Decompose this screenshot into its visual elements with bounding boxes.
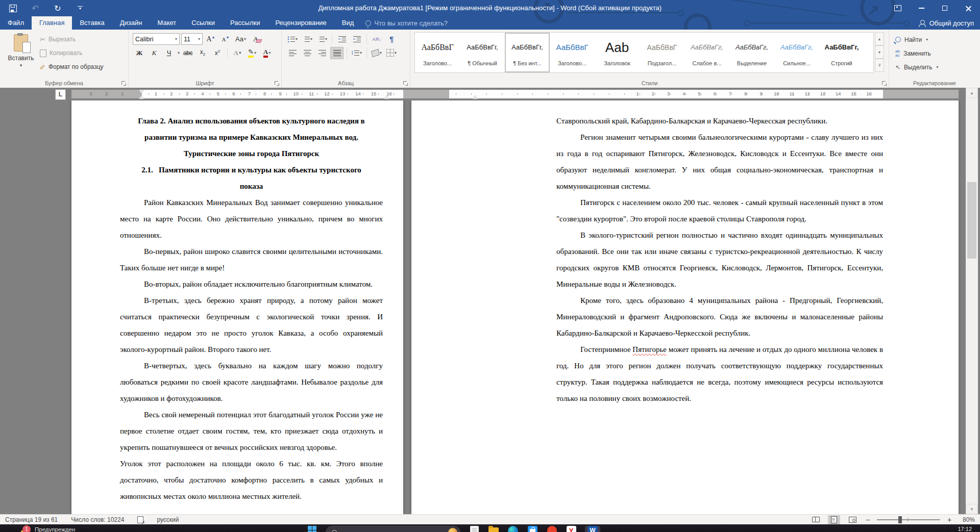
show-paragraph-marks-button[interactable]: ¶	[385, 33, 398, 45]
replace-button[interactable]: abac Заменить	[895, 47, 938, 59]
shading-button[interactable]: ▾	[370, 47, 383, 59]
vertical-scrollbar[interactable]: ▲ ▼	[966, 88, 978, 514]
taskbar-yandex[interactable]: Y	[566, 526, 577, 532]
style-item[interactable]: Aab Заголовок	[595, 33, 640, 72]
tab-selector[interactable]: L	[55, 89, 66, 100]
taskbar-edge[interactable]	[507, 526, 519, 532]
ribbon-tab[interactable]: Вставка	[72, 16, 112, 30]
style-item[interactable]: АаБбВвГг, Выделение	[729, 33, 774, 72]
minimize-button[interactable]	[910, 0, 933, 16]
subscript-button[interactable]: x2	[196, 47, 209, 59]
taskbar-word-active[interactable]: W	[585, 526, 600, 532]
zoom-percentage[interactable]: 80%	[959, 516, 975, 523]
bullets-button[interactable]: ▾	[286, 33, 299, 45]
font-dialog-launcher-icon[interactable]	[275, 81, 279, 86]
align-right-button[interactable]	[315, 47, 329, 59]
style-item[interactable]: АаБбВвГг, Слабое в...	[684, 33, 729, 72]
underline-button[interactable]: Ч	[162, 47, 176, 59]
styles-dialog-launcher-icon[interactable]	[882, 81, 887, 86]
sort-button[interactable]: АЯ↓	[370, 33, 383, 45]
clear-formatting-button[interactable]: А	[249, 33, 262, 45]
zoom-out-button[interactable]: −	[865, 516, 871, 524]
close-button[interactable]	[957, 0, 980, 16]
taskbar-clock[interactable]: 17:12	[958, 526, 972, 532]
line-spacing-button[interactable]: ▾	[350, 47, 363, 59]
right-page-indent-marker[interactable]	[473, 95, 478, 99]
ribbon-tab[interactable]: Макет	[150, 16, 184, 30]
superscript-button[interactable]: x2	[211, 47, 224, 59]
cut-button[interactable]: ✂ Вырезать	[40, 34, 104, 45]
taskbar-file-explorer[interactable]	[488, 526, 499, 532]
style-item[interactable]: АаБбВвГ Подзагол...	[640, 33, 684, 72]
text-effects-button[interactable]: А▾	[231, 47, 244, 59]
select-button[interactable]: ↖ Выделить ▾	[895, 61, 938, 73]
find-button[interactable]: Найти ▾	[895, 34, 938, 45]
copy-button[interactable]: Копировать	[40, 47, 104, 59]
restore-button[interactable]	[933, 0, 957, 16]
page-count[interactable]: Страница 19 из 61	[5, 516, 58, 523]
taskbar-store[interactable]	[527, 526, 538, 532]
start-button[interactable]	[306, 526, 317, 532]
hanging-indent-marker[interactable]	[139, 95, 144, 99]
justify-button[interactable]	[330, 47, 344, 59]
page-right[interactable]: Ставропольский край, Кабардино-Балкарска…	[411, 100, 959, 514]
page-left[interactable]: Глава 2. Анализ использования объектов к…	[71, 100, 403, 514]
paste-button[interactable]: Вставить ▾	[5, 33, 37, 77]
zoom-slider[interactable]	[877, 519, 940, 520]
font-color-button[interactable]: А▾	[260, 47, 274, 59]
grow-font-button[interactable]: А▲	[204, 33, 217, 45]
share-button[interactable]: Общий доступ	[919, 16, 974, 30]
zoom-slider-thumb[interactable]	[898, 516, 902, 523]
chevron-down-icon[interactable]: ▾	[178, 50, 180, 55]
gallery-more-button[interactable]: ⊽	[875, 59, 884, 72]
ribbon-display-options-button[interactable]	[886, 0, 910, 16]
font-name-combobox[interactable]: Calibri▾	[133, 33, 180, 45]
right-indent-marker[interactable]	[384, 95, 389, 99]
taskbar-document-app[interactable]	[469, 526, 480, 532]
ribbon-tab[interactable]: Дизайн	[112, 16, 150, 30]
style-item[interactable]: АаБбВвГ Заголово...	[415, 33, 460, 72]
style-item[interactable]: АаБбВвГг, ¶ Без инт...	[505, 33, 550, 72]
ribbon-tab[interactable]: Главная	[32, 16, 72, 30]
decrease-indent-button[interactable]	[335, 33, 349, 45]
notification-item[interactable]: 1 Предупрежден	[22, 525, 75, 532]
scroll-up-button[interactable]: ▲	[966, 88, 978, 98]
first-line-indent-marker[interactable]	[139, 90, 144, 93]
style-item[interactable]: АаБбВвГг, Сильное...	[774, 33, 819, 72]
format-painter-button[interactable]: ✎ Формат по образцу	[40, 61, 104, 72]
proofing-status[interactable]	[137, 516, 143, 523]
ribbon-tab[interactable]: Ссылки	[184, 16, 223, 30]
web-layout-button[interactable]	[846, 515, 859, 524]
read-mode-button[interactable]	[810, 515, 822, 524]
numbering-button[interactable]: ▾	[301, 33, 314, 45]
italic-button[interactable]: К	[148, 47, 161, 59]
ribbon-tab[interactable]: Рецензирование	[267, 16, 334, 30]
paragraph-dialog-launcher-icon[interactable]	[403, 81, 408, 86]
print-layout-button[interactable]	[828, 515, 840, 524]
style-item[interactable]: АаБбВвГг, Строгий	[819, 33, 864, 72]
ribbon-tab[interactable]: Рассылки	[223, 16, 267, 30]
style-item[interactable]: АаБбВвГг, ¶ Обычный	[460, 33, 505, 72]
font-size-combobox[interactable]: 11▾	[181, 33, 203, 45]
scrollbar-thumb[interactable]	[967, 182, 976, 259]
multilevel-list-button[interactable]: ▾	[315, 33, 329, 45]
strikethrough-button[interactable]: abc	[181, 47, 194, 59]
bold-button[interactable]: Ж	[133, 47, 146, 59]
increase-indent-button[interactable]	[350, 33, 363, 45]
borders-button[interactable]: ▾	[385, 47, 398, 59]
ribbon-tab[interactable]: Файл	[0, 16, 32, 30]
word-count[interactable]: Число слов: 10224	[71, 516, 124, 523]
shrink-font-button[interactable]: А▼	[219, 33, 232, 45]
gallery-up-button[interactable]: ▲	[875, 32, 884, 45]
zoom-in-button[interactable]: +	[946, 516, 952, 524]
text-highlight-button[interactable]: ✎▾	[246, 47, 259, 59]
align-left-button[interactable]	[286, 47, 299, 59]
clipboard-dialog-launcher-icon[interactable]	[121, 81, 126, 86]
change-case-button[interactable]: Аа▾	[234, 33, 248, 45]
language-indicator[interactable]: русский	[157, 516, 179, 523]
style-item[interactable]: АаБбВвГ Заголово...	[550, 33, 595, 72]
scroll-down-button[interactable]: ▼	[966, 504, 978, 514]
tell-me-box[interactable]: Что вы хотите сделать?	[365, 16, 448, 30]
align-center-button[interactable]	[301, 47, 314, 59]
taskbar-opera[interactable]	[546, 526, 557, 532]
